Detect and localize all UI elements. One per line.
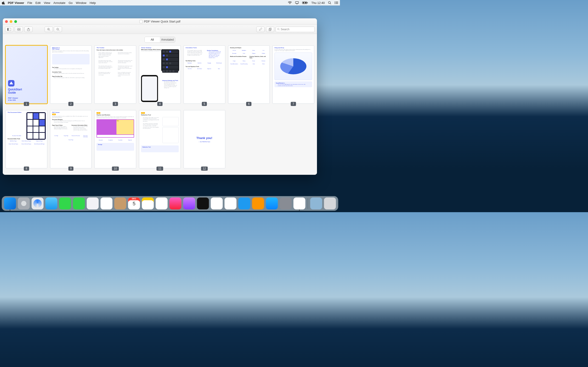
page-thumbnail[interactable]: Drag and Drop On iPad, PDF Viewer fully … bbox=[272, 45, 314, 107]
svg-rect-8 bbox=[336, 2, 338, 2]
apple-menu[interactable] bbox=[2, 1, 5, 4]
page-number: 10 bbox=[112, 167, 119, 171]
dock-notes[interactable] bbox=[142, 198, 154, 209]
dock-finder[interactable] bbox=[4, 198, 16, 209]
dock-messages[interactable] bbox=[59, 198, 71, 209]
dock-facetime[interactable] bbox=[73, 198, 85, 209]
filter-bar: All Annotated bbox=[3, 34, 317, 45]
svg-point-11 bbox=[335, 3, 335, 4]
titlebar[interactable]: PDF Viewer Quick Start.pdf bbox=[3, 18, 317, 25]
svg-point-5 bbox=[329, 2, 330, 4]
dock-trash[interactable] bbox=[324, 198, 336, 209]
minimize-button[interactable] bbox=[10, 20, 12, 23]
page-number: 5 bbox=[202, 102, 207, 106]
dock-reminders[interactable] bbox=[156, 198, 168, 209]
page-thumbnail[interactable]: PRO Replies and Reviews Adding comments,… bbox=[95, 110, 136, 172]
dock-maps[interactable] bbox=[87, 198, 99, 209]
svg-point-29 bbox=[277, 28, 279, 30]
sidebar-toggle-button[interactable] bbox=[5, 27, 13, 32]
dock-news[interactable] bbox=[211, 198, 223, 209]
menu-file[interactable]: File bbox=[27, 1, 32, 5]
window-title: PDF Viewer Quick Start.pdf bbox=[144, 20, 181, 23]
wifi-icon[interactable] bbox=[288, 1, 292, 4]
menu-go[interactable]: Go bbox=[69, 1, 73, 5]
dock-podcasts[interactable] bbox=[183, 198, 195, 209]
page-thumbnail[interactable]: Thank you! — the PSPDFKit Team 12 bbox=[183, 110, 225, 172]
menu-edit[interactable]: Edit bbox=[35, 1, 40, 5]
page-thumbnail[interactable]: PRO Redaction Tool The redaction tool en… bbox=[139, 110, 181, 172]
document-proxy-icon[interactable] bbox=[139, 20, 143, 23]
menu-extras-icon[interactable] bbox=[334, 1, 338, 4]
thumbnails-view-button[interactable] bbox=[15, 27, 23, 32]
search-icon bbox=[277, 28, 280, 31]
dock-pdfviewer[interactable] bbox=[294, 198, 305, 209]
search-placeholder: Search bbox=[281, 28, 289, 31]
page-thumbnail[interactable]: QuickStart Guide PDF Viewer 4 for iOS 1 bbox=[6, 45, 47, 107]
search-field[interactable]: Search bbox=[276, 27, 315, 32]
svg-rect-15 bbox=[17, 28, 18, 29]
dock-music[interactable] bbox=[170, 198, 182, 209]
menu-window[interactable]: Window bbox=[76, 1, 86, 5]
page-thumbnail[interactable]: Welcome to PDF Viewer PDF Viewer is desi… bbox=[50, 45, 92, 107]
dock-numbers[interactable] bbox=[225, 198, 237, 209]
dock-calendar[interactable]: DEC 5 bbox=[128, 198, 140, 209]
battery-icon[interactable] bbox=[302, 1, 308, 4]
menubar-clock[interactable]: Thu 12:40 bbox=[311, 1, 325, 5]
page-thumbnail[interactable]: The Document Editor Thumbnail View ModeD… bbox=[6, 110, 47, 172]
dock-photos[interactable] bbox=[101, 198, 112, 209]
dock-separator bbox=[308, 198, 308, 209]
rotate-button[interactable] bbox=[266, 27, 274, 32]
filter-segmented[interactable]: All Annotated bbox=[145, 37, 175, 43]
dock-settings[interactable] bbox=[280, 198, 292, 209]
dock-appstore[interactable] bbox=[266, 198, 278, 209]
viewer-settings-preview bbox=[161, 49, 179, 71]
share-button[interactable] bbox=[24, 27, 33, 32]
svg-rect-14 bbox=[7, 28, 9, 31]
svg-line-6 bbox=[330, 3, 331, 4]
svg-line-25 bbox=[59, 30, 59, 31]
phone-mockup bbox=[141, 75, 158, 102]
page-number: 7 bbox=[291, 102, 296, 106]
svg-point-9 bbox=[335, 2, 335, 3]
svg-line-21 bbox=[49, 30, 50, 31]
airplay-icon[interactable] bbox=[295, 1, 299, 4]
annotate-button[interactable] bbox=[256, 27, 265, 32]
page-thumbnail[interactable]: Viewer Settings Make Quick Changes While… bbox=[139, 45, 181, 107]
page-thumbnail[interactable]: PDF ViewerPRO Everything we looked at so… bbox=[50, 110, 92, 172]
svg-rect-18 bbox=[19, 30, 20, 31]
dock-safari[interactable] bbox=[32, 198, 44, 209]
dock-downloads[interactable] bbox=[310, 198, 322, 209]
svg-point-7 bbox=[335, 2, 335, 2]
page-number: 1 bbox=[24, 102, 29, 106]
svg-rect-3 bbox=[307, 2, 308, 3]
menubar: PDF Viewer File Edit View Annotate Go Wi… bbox=[0, 0, 340, 6]
app-name[interactable]: PDF Viewer bbox=[8, 1, 24, 5]
page-thumbnail[interactable]: Annotation Tools The annotation tools ar… bbox=[183, 45, 225, 107]
menu-annotate[interactable]: Annotate bbox=[53, 1, 65, 5]
page-number: 11 bbox=[156, 167, 163, 171]
menu-view[interactable]: View bbox=[44, 1, 50, 5]
zoom-out-button[interactable] bbox=[54, 27, 62, 32]
zoom-in-button[interactable] bbox=[44, 27, 53, 32]
page-number: 9 bbox=[68, 167, 73, 171]
menu-help[interactable]: Help bbox=[90, 1, 96, 5]
svg-rect-1 bbox=[295, 2, 299, 3]
filter-all[interactable]: All bbox=[145, 37, 160, 42]
dock-launchpad[interactable] bbox=[18, 198, 30, 209]
dock-mail[interactable] bbox=[45, 198, 57, 209]
filter-annotated[interactable]: Annotated bbox=[160, 37, 175, 42]
dock-keynote[interactable] bbox=[238, 198, 250, 209]
close-button[interactable] bbox=[5, 20, 8, 23]
app-logo-icon bbox=[8, 80, 15, 86]
page-thumbnail[interactable]: The Toolbar First, let's have a look at … bbox=[95, 45, 136, 107]
page-number: 3 bbox=[113, 102, 118, 106]
page-number: 4 bbox=[157, 102, 163, 106]
svg-rect-10 bbox=[336, 2, 338, 3]
dock-contacts[interactable] bbox=[114, 198, 126, 209]
spotlight-icon[interactable] bbox=[328, 1, 331, 4]
dock-pages[interactable] bbox=[252, 198, 264, 209]
svg-rect-12 bbox=[336, 3, 338, 4]
dock-tv[interactable] bbox=[197, 198, 209, 209]
zoom-button[interactable] bbox=[14, 20, 17, 23]
page-thumbnail[interactable]: Drawing and Shapes Ink ToolHighlighter A… bbox=[228, 45, 270, 107]
